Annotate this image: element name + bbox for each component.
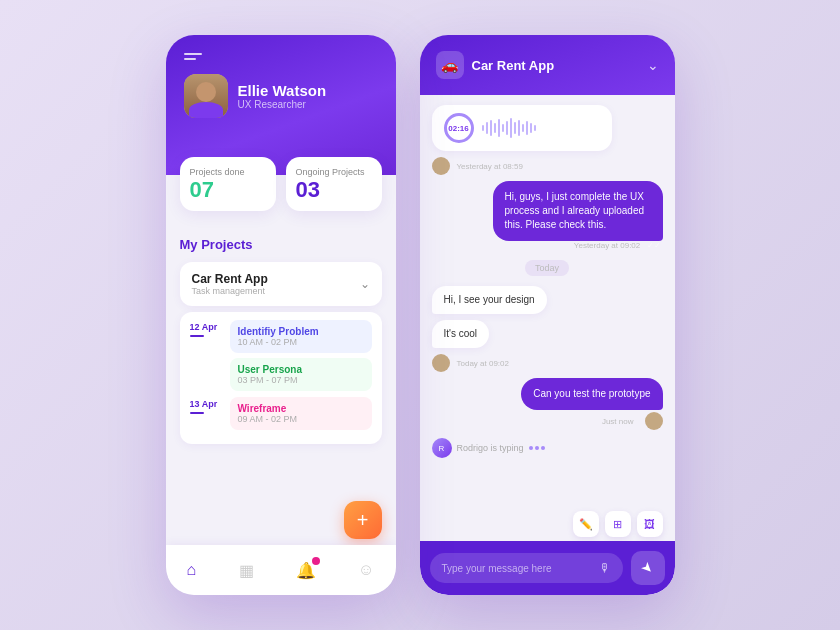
nav-home-icon[interactable]: ⌂: [187, 561, 197, 579]
project-dropdown[interactable]: Car Rent App Task management ⌄: [180, 262, 382, 306]
recv-message-1-row: Hi, I see your design: [432, 286, 663, 314]
sent-avatar: [645, 412, 663, 430]
typing-dots: [529, 446, 545, 450]
sent-message-1-row: Hi, guys, I just complete the UX process…: [432, 181, 663, 250]
recv-time-row: Today at 09:02: [432, 354, 663, 372]
chat-input-bar: Type your message here 🎙 ➤: [420, 541, 675, 595]
user-name: Ellie Watson: [238, 82, 327, 99]
yesterday-timestamp: Yesterday at 08:59: [457, 162, 523, 171]
task-date-2: 13 Apr: [190, 397, 222, 430]
recv-bubble-1: Hi, I see your design: [432, 286, 547, 314]
chat-action-bar: ✏️ ⊞ 🖼: [420, 511, 675, 541]
task-group-1: 12 Apr Identifiy Problem 10 AM - 02 PM U…: [190, 320, 372, 391]
task-item-identify[interactable]: Identifiy Problem 10 AM - 02 PM: [230, 320, 372, 353]
tasks-list: 12 Apr Identifiy Problem 10 AM - 02 PM U…: [180, 312, 382, 444]
edit-action-btn[interactable]: ✏️: [573, 511, 599, 537]
image-action-btn[interactable]: 🖼: [637, 511, 663, 537]
nav-grid-icon[interactable]: ▦: [239, 561, 254, 580]
projects-done-label: Projects done: [190, 167, 266, 177]
ongoing-projects-card: Ongoing Projects 03: [286, 157, 382, 211]
checkmark-icon: ✓✓: [647, 241, 661, 250]
avatar: [184, 74, 228, 118]
sender-avatar: [432, 157, 450, 175]
task-group-2: 13 Apr Wireframe 09 AM - 02 PM: [190, 397, 372, 430]
nav-bell-icon[interactable]: 🔔: [296, 561, 316, 580]
typing-row: R Rodrigo is typing: [432, 438, 663, 458]
right-phone: 🚗 Car Rent App ⌄ 02:16: [420, 35, 675, 595]
sent-bubble-1: Hi, guys, I just complete the UX process…: [493, 181, 663, 241]
chat-placeholder: Type your message here: [442, 563, 552, 574]
task-items-1: Identifiy Problem 10 AM - 02 PM User Per…: [230, 320, 372, 391]
voice-time: 02:16: [444, 113, 474, 143]
projects-done-value: 07: [190, 177, 266, 203]
task-item-persona[interactable]: User Persona 03 PM - 07 PM: [230, 358, 372, 391]
recv-timestamp: Today at 09:02: [457, 359, 509, 368]
project-sub: Task management: [192, 286, 268, 296]
typing-text: Rodrigo is typing: [457, 443, 524, 453]
user-role: UX Researcher: [238, 99, 327, 110]
chat-header: 🚗 Car Rent App ⌄: [420, 35, 675, 95]
ongoing-label: Ongoing Projects: [296, 167, 372, 177]
typing-avatar: R: [432, 438, 452, 458]
mic-icon[interactable]: 🎙: [599, 561, 611, 575]
bottom-nav: ⌂ ▦ 🔔 ☺: [166, 545, 396, 595]
chevron-down-icon: ⌄: [360, 277, 370, 291]
sent-bubble-2: Can you test the prototype: [521, 378, 662, 410]
sent-time-1: Yesterday at 09:02 ✓✓: [574, 241, 661, 250]
car-icon: 🚗: [436, 51, 464, 79]
projects-done-card: Projects done 07: [180, 157, 276, 211]
recv-message-2-row: It's cool: [432, 320, 663, 348]
project-name: Car Rent App: [192, 272, 268, 286]
nav-profile-icon[interactable]: ☺: [358, 561, 374, 579]
left-phone: Ellie Watson UX Researcher Projects done…: [166, 35, 396, 595]
send-button[interactable]: ➤: [631, 551, 665, 585]
chat-body: 02:16: [420, 95, 675, 511]
hamburger-menu[interactable]: [184, 53, 378, 60]
ongoing-value: 03: [296, 177, 372, 203]
profile-header: Ellie Watson UX Researcher: [166, 35, 396, 175]
user-profile: Ellie Watson UX Researcher: [184, 74, 378, 118]
chat-header-left: 🚗 Car Rent App: [436, 51, 555, 79]
chat-title: Car Rent App: [472, 58, 555, 73]
voice-note-bubble: 02:16: [432, 105, 612, 151]
chat-chevron-icon[interactable]: ⌄: [647, 57, 659, 73]
chat-input-field[interactable]: Type your message here 🎙: [430, 553, 623, 583]
section-title: My Projects: [180, 237, 382, 252]
sender-info-row: Yesterday at 08:59: [432, 157, 663, 175]
sent-time-2-row: Just now: [600, 412, 663, 430]
recv-bubble-2: It's cool: [432, 320, 490, 348]
recv-avatar: [432, 354, 450, 372]
user-info: Ellie Watson UX Researcher: [238, 82, 327, 110]
stats-row: Projects done 07 Ongoing Projects 03: [180, 157, 382, 211]
task-date-1: 12 Apr: [190, 320, 222, 391]
waveform: [482, 118, 536, 138]
project-info: Car Rent App Task management: [192, 272, 268, 296]
send-icon: ➤: [638, 558, 658, 578]
grid-action-btn[interactable]: ⊞: [605, 511, 631, 537]
task-item-wireframe[interactable]: Wireframe 09 AM - 02 PM: [230, 397, 372, 430]
sent-time-2: Just now: [602, 417, 634, 426]
sent-message-2-row: Can you test the prototype Just now: [432, 378, 663, 430]
fab-button[interactable]: +: [344, 501, 382, 539]
task-items-2: Wireframe 09 AM - 02 PM: [230, 397, 372, 430]
today-divider: Today: [525, 260, 569, 276]
